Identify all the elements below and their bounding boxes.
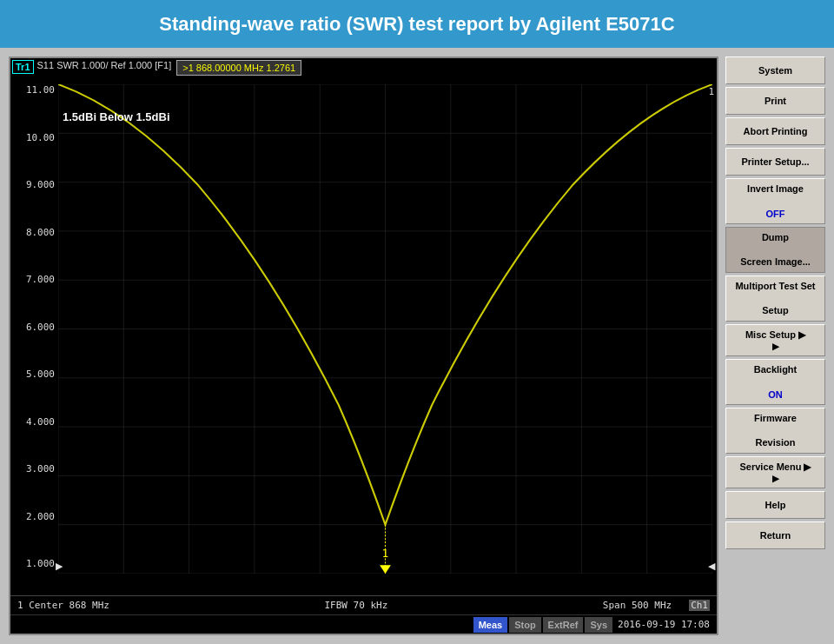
firmware-revision-button[interactable]: FirmwareRevision bbox=[725, 408, 825, 454]
print-button[interactable]: Print bbox=[725, 87, 825, 115]
y-label-4: 4.000 bbox=[26, 416, 55, 428]
status-bar: Meas Stop ExtRef Sys 2016-09-19 17:08 bbox=[10, 614, 717, 634]
service-menu-button[interactable]: Service Menu ▶ bbox=[725, 456, 825, 488]
y-label-7: 7.000 bbox=[26, 274, 55, 285]
chart-bottom-bar: 1 Center 868 MHz IFBW 70 kHz Span 500 MH… bbox=[10, 595, 717, 614]
trace-info: S11 SWR 1.000/ Ref 1.000 [F1] bbox=[37, 60, 172, 70]
backlight-button[interactable]: BacklightON bbox=[725, 359, 825, 405]
dump-screen-button[interactable]: DumpScreen Image... bbox=[725, 227, 825, 273]
chart-inner: Tr1 S11 SWR 1.000/ Ref 1.000 [F1] >1 868… bbox=[10, 58, 717, 595]
multiport-test-button[interactable]: Multiport Test SetSetup bbox=[725, 276, 825, 322]
chart-annotation: 1.5dBi Below 1.5dBi bbox=[63, 110, 170, 123]
main-content: Tr1 S11 SWR 1.000/ Ref 1.000 [F1] >1 868… bbox=[0, 48, 834, 644]
chart-ifbw-info: IFBW 70 kHz bbox=[324, 600, 387, 611]
y-label-5: 5.000 bbox=[26, 368, 55, 380]
y-label-10: 10.00 bbox=[26, 132, 55, 143]
sys-button[interactable]: Sys bbox=[585, 617, 612, 633]
marker-box: >1 868.00000 MHz 1.2761 bbox=[176, 60, 301, 76]
printer-setup-button[interactable]: Printer Setup... bbox=[725, 148, 825, 176]
y-axis: 11.00 10.00 9.000 8.000 7.000 6.000 5.00… bbox=[10, 84, 58, 569]
page-header: Standing-wave ratio (SWR) test report by… bbox=[0, 0, 834, 48]
chart-info-bar: Tr1 S11 SWR 1.000/ Ref 1.000 [F1] >1 868… bbox=[12, 60, 715, 76]
page-title: Standing-wave ratio (SWR) test report by… bbox=[159, 13, 674, 36]
y-label-3: 3.000 bbox=[26, 463, 55, 475]
right-panel: SystemPrintAbort PrintingPrinter Setup..… bbox=[725, 56, 825, 635]
invert-image-button[interactable]: Invert ImageOFF bbox=[725, 178, 825, 224]
chart-span-info: Span 500 MHz Ch1 bbox=[603, 600, 710, 611]
top-right-marker: 1 bbox=[708, 86, 714, 97]
y-label-6: 6.000 bbox=[26, 322, 55, 333]
y-label-8: 8.000 bbox=[26, 227, 55, 238]
y-label-2: 2.000 bbox=[26, 511, 55, 522]
y-label-11: 11.00 bbox=[26, 84, 55, 96]
misc-setup-button[interactable]: Misc Setup ▶ bbox=[725, 324, 825, 356]
chart-svg: 1 bbox=[58, 84, 712, 574]
return-button[interactable]: Return bbox=[725, 521, 825, 549]
svg-text:1: 1 bbox=[382, 548, 389, 559]
chart-center-info: 1 Center 868 MHz bbox=[17, 600, 109, 611]
chart-container: Tr1 S11 SWR 1.000/ Ref 1.000 [F1] >1 868… bbox=[9, 56, 718, 635]
extref-button[interactable]: ExtRef bbox=[543, 617, 584, 633]
svg-marker-23 bbox=[380, 565, 391, 574]
right-edge-marker: ◀ bbox=[708, 561, 715, 572]
timestamp: 2016-09-19 17:08 bbox=[614, 619, 713, 630]
trace-label: Tr1 bbox=[12, 60, 34, 74]
help-button[interactable]: Help bbox=[725, 491, 825, 519]
y-label-1: 1.000 bbox=[26, 558, 55, 569]
y-label-9: 9.000 bbox=[26, 179, 55, 190]
stop-button[interactable]: Stop bbox=[509, 617, 540, 633]
abort-printing-button[interactable]: Abort Printing bbox=[725, 117, 825, 145]
meas-button[interactable]: Meas bbox=[473, 617, 508, 633]
system-button[interactable]: System bbox=[725, 56, 825, 84]
